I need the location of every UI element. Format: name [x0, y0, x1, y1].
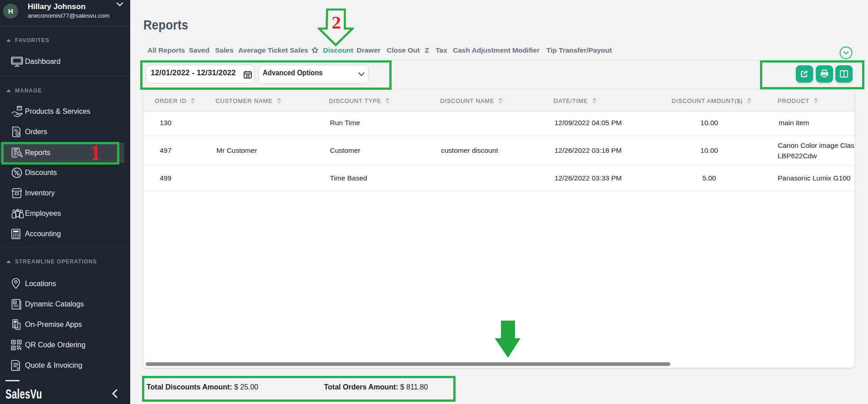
svg-text:$: $: [17, 366, 19, 370]
